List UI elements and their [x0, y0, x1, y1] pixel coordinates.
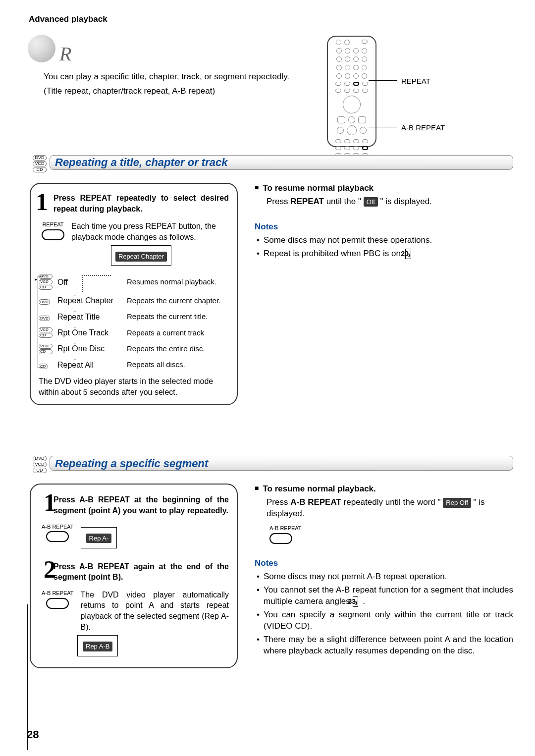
ab-btn-label: A-B REPEAT: [42, 523, 74, 531]
ab-button-icon-2: [46, 598, 69, 609]
step1-heading-b: Press A-B REPEAT at the beginning of the…: [54, 494, 229, 516]
remote-diagram: REPEAT A-B REPEAT: [327, 36, 505, 150]
ab-button-icon: [46, 531, 69, 542]
repoff-pill: Rep Off: [443, 498, 471, 508]
step-number-1b: 1: [44, 491, 56, 514]
ab-button-icon-3: [269, 533, 292, 544]
resume-heading-1: To resume normal playback: [255, 183, 513, 194]
subtitle-2: (Title repeat, chapter/track repeat, A-B…: [44, 86, 289, 97]
step-box-1: 1 Press REPEAT repeatedly to select desi…: [30, 183, 238, 406]
notes-list-2: Some discs may not permit A-B repeat ope…: [257, 571, 513, 657]
resume-heading-2: To resume normal playback.: [255, 484, 513, 495]
disc-icons-2: DVD VCD CD: [33, 456, 47, 474]
repeat-remote-button: [353, 82, 359, 86]
repeat-button-icon: [42, 229, 64, 240]
chapter-header: Advanced playback: [29, 14, 513, 25]
repeat-btn-label: REPEAT: [42, 221, 63, 228]
step-number-2: 2: [44, 558, 56, 581]
section-title-2: Repeating a specific segment: [50, 456, 513, 471]
osd-rep-a: Rep A-: [81, 527, 117, 548]
step1-desc: Each time you press REPEAT button, the p…: [71, 221, 229, 242]
resume-body-1: Press REPEAT until the " Off " is displa…: [267, 196, 513, 208]
subtitle-1: You can play a specific title, chapter, …: [44, 71, 289, 83]
notes-heading-1: Notes: [255, 221, 513, 233]
off-pill: Off: [364, 197, 378, 207]
resume-body-2: Press A-B REPEAT repeatedly until the wo…: [267, 497, 513, 520]
step1-heading: Press REPEAT repeatedly to select desire…: [54, 193, 229, 214]
page-ref-33: 33: [353, 596, 359, 607]
title-initial: R: [59, 41, 289, 67]
step-box-2: 1 Press A-B REPEAT at the beginning of t…: [30, 484, 238, 668]
ab-repeat-remote-button: [362, 146, 368, 150]
remote-label-repeat: REPEAT: [401, 76, 430, 86]
notes-heading-2: Notes: [255, 558, 513, 569]
step2-body: The DVD video player automatically retur…: [81, 590, 229, 632]
step-number-1: 1: [36, 191, 48, 213]
page-ref-20: 20: [405, 249, 411, 259]
notes-list-1: Some discs may not permit these operatio…: [257, 235, 513, 260]
step1-footnote: The DVD video player starts in the selec…: [39, 376, 229, 397]
remote-label-ab: A-B REPEAT: [401, 123, 445, 133]
disc-icons: DVD VCD CD: [33, 155, 47, 173]
section-title-1: Repeating a title, chapter or track: [50, 155, 513, 170]
mode-table: ▸ DVD VCD CD Off Resumes normal playback…: [39, 274, 229, 370]
sphere-decor: [28, 35, 55, 62]
ab-btn-label-3: A-B REPEAT: [269, 525, 302, 532]
step2-heading: Press A-B REPEAT again at the end of the…: [54, 561, 229, 583]
ab-btn-label-2: A-B REPEAT: [42, 590, 74, 597]
page-number: 28: [27, 727, 39, 742]
osd-indicator: Repeat Chapter: [111, 245, 171, 266]
osd-rep-ab: Rep A-B: [77, 635, 118, 656]
